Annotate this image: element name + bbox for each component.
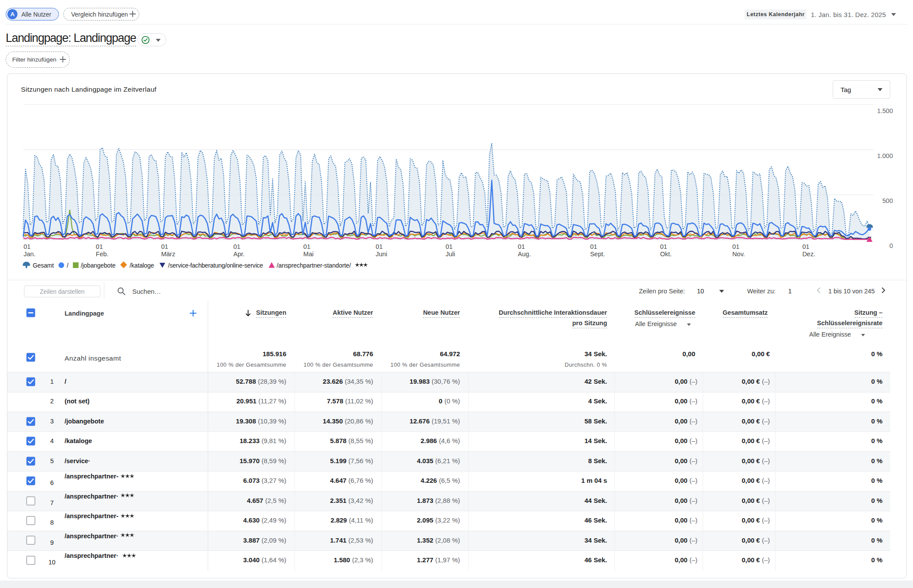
svg-text:März: März <box>161 251 175 258</box>
svg-text:01: 01 <box>303 243 310 250</box>
svg-text:Jan.: Jan. <box>24 251 35 258</box>
svg-text:01: 01 <box>96 243 103 250</box>
svg-text:01: 01 <box>446 243 453 250</box>
svg-text:01: 01 <box>518 243 525 250</box>
svg-text:1.000: 1.000 <box>877 152 893 159</box>
svg-text:01: 01 <box>732 243 739 250</box>
svg-text:Juli: Juli <box>446 251 455 258</box>
svg-text:Sept.: Sept. <box>590 251 605 258</box>
svg-text:01: 01 <box>161 243 168 250</box>
svg-text:1.500: 1.500 <box>877 107 893 114</box>
svg-text:01: 01 <box>590 243 597 250</box>
svg-text:01: 01 <box>660 243 667 250</box>
svg-text:Aug.: Aug. <box>518 251 531 258</box>
svg-text:Apr.: Apr. <box>233 251 245 258</box>
svg-text:Nov.: Nov. <box>732 251 745 258</box>
svg-text:01: 01 <box>802 243 809 250</box>
svg-text:01: 01 <box>24 243 31 250</box>
svg-text:0: 0 <box>889 242 893 249</box>
svg-text:500: 500 <box>882 197 893 204</box>
svg-text:Feb.: Feb. <box>96 251 109 258</box>
svg-text:01: 01 <box>376 243 383 250</box>
svg-text:01: 01 <box>233 243 240 250</box>
svg-text:Dez.: Dez. <box>802 251 815 258</box>
svg-text:Juni: Juni <box>376 251 388 258</box>
svg-text:Mai: Mai <box>303 251 313 258</box>
svg-text:Okt.: Okt. <box>660 251 672 258</box>
